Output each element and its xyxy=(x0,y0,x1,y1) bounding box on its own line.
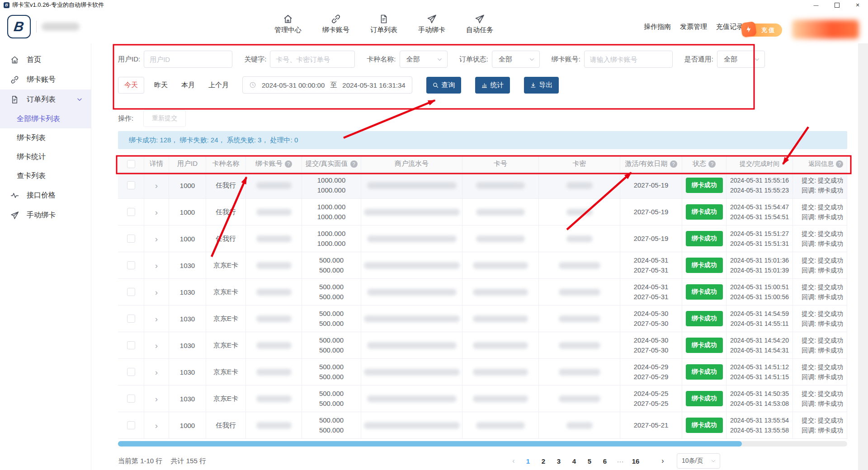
page-button[interactable]: 5 xyxy=(582,455,597,468)
quick-range-last-month[interactable]: 上个月 xyxy=(208,81,229,89)
keyword-input[interactable] xyxy=(270,51,355,68)
stats-button[interactable]: 统计 xyxy=(475,77,510,94)
masked-card-number xyxy=(476,182,525,189)
row-checkbox[interactable] xyxy=(127,235,135,243)
row-checkbox[interactable] xyxy=(127,368,135,376)
nav-item-management[interactable]: 管理中心 xyxy=(269,14,307,34)
masked-card-password xyxy=(559,289,600,296)
masked-card-password xyxy=(566,182,593,189)
row-checkbox[interactable] xyxy=(127,261,135,269)
row-checkbox[interactable] xyxy=(127,181,135,189)
orders-table: 详情 用户ID 卡种名称 绑卡账号? 提交/真实面值? 商户流水号 卡号 卡密 … xyxy=(118,156,847,439)
expand-row-icon[interactable]: › xyxy=(155,181,158,190)
bind-account-input[interactable] xyxy=(584,51,673,68)
sidebar-item-api-price[interactable]: 接口价格 xyxy=(0,185,91,205)
nav-item-auto-task[interactable]: 自动任务 xyxy=(461,14,498,34)
return-callback-value: 回调: 绑卡成功 xyxy=(802,239,843,249)
sidebar-item-bind-stats[interactable]: 绑卡统计 xyxy=(0,147,91,166)
select-all-checkbox[interactable] xyxy=(127,160,135,168)
help-icon[interactable]: ? xyxy=(670,160,677,168)
maximize-button[interactable] xyxy=(826,0,847,10)
chevron-down-icon xyxy=(754,56,760,62)
expand-row-icon[interactable]: › xyxy=(155,341,158,350)
table-row: › 1000 任我行 1000.000 1000.000 2027-05-19 … xyxy=(118,172,847,199)
page-list: ‹ 123456···16 xyxy=(507,455,643,468)
activate-end-value: 2027-05-30 xyxy=(634,345,669,355)
card-type-select[interactable]: 全部 xyxy=(400,51,448,68)
nav-label: 管理中心 xyxy=(274,26,302,34)
face-real-value: 500.000 xyxy=(319,292,344,302)
order-status-select[interactable]: 全部 xyxy=(492,51,540,68)
resubmit-button[interactable]: 重新提交 xyxy=(143,110,186,127)
nav-item-manual-bind[interactable]: 手动绑卡 xyxy=(413,14,450,34)
sidebar-item-bind-account[interactable]: 绑卡账号 xyxy=(0,70,91,89)
card-name-value: 京东E卡 xyxy=(213,341,238,350)
expand-row-icon[interactable]: › xyxy=(155,368,158,376)
link-invoice-management[interactable]: 发票管理 xyxy=(680,23,707,31)
recharge-button[interactable]: 充值 xyxy=(744,24,782,37)
done-time-value: 2024-05-31 15:54:51 xyxy=(730,212,789,222)
sidebar-item-home[interactable]: 首页 xyxy=(0,50,91,70)
page-size-select[interactable]: 10条/页 xyxy=(677,453,720,469)
row-checkbox[interactable] xyxy=(127,395,135,403)
page-button[interactable]: 2 xyxy=(536,455,551,468)
row-checkbox[interactable] xyxy=(127,315,135,323)
col-card-password: 卡密 xyxy=(573,160,586,168)
row-checkbox[interactable] xyxy=(127,208,135,216)
help-icon[interactable]: ? xyxy=(708,160,716,168)
close-button[interactable]: ✕ xyxy=(847,0,868,10)
sidebar-item-all-bind-list[interactable]: 全部绑卡列表 xyxy=(0,109,91,128)
minimize-button[interactable]: — xyxy=(806,0,826,10)
sidebar-item-check-card-list[interactable]: 查卡列表 xyxy=(0,166,91,185)
page-button[interactable]: 16 xyxy=(628,455,643,468)
divider xyxy=(36,21,37,33)
help-icon[interactable]: ? xyxy=(836,160,843,168)
page-button[interactable]: 1 xyxy=(520,455,536,468)
link-operation-guide[interactable]: 操作指南 xyxy=(644,23,671,31)
expand-row-icon[interactable]: › xyxy=(155,261,158,270)
expand-row-icon[interactable]: › xyxy=(155,315,158,323)
help-icon[interactable]: ? xyxy=(350,160,358,168)
chevron-down-icon xyxy=(711,458,716,464)
app-icon: B xyxy=(4,2,9,8)
row-checkbox[interactable] xyxy=(127,288,135,296)
date-range-picker[interactable]: 2024-05-31 00:00:00 至 2024-05-31 16:31:3… xyxy=(242,76,412,94)
keyword-label: 关键字: xyxy=(244,55,266,64)
sidebar-item-bind-list[interactable]: 绑卡列表 xyxy=(0,128,91,147)
page-button[interactable]: 3 xyxy=(551,455,566,468)
next-page-button[interactable]: › xyxy=(656,457,670,465)
universal-select[interactable]: 全部 xyxy=(717,51,765,68)
expand-row-icon[interactable]: › xyxy=(155,235,158,243)
quick-range-today[interactable]: 今天 xyxy=(118,77,144,94)
masked-bind-account xyxy=(256,342,292,349)
link-recharge-records[interactable]: 充值记录 xyxy=(716,23,743,31)
page-button[interactable]: 4 xyxy=(566,455,582,468)
page-button[interactable]: 6 xyxy=(597,455,613,468)
masked-card-number xyxy=(476,209,525,216)
help-icon[interactable]: ? xyxy=(285,160,292,168)
submit-time-value: 2024-05-31 14:54:20 xyxy=(730,335,789,345)
user-id-input[interactable] xyxy=(144,51,232,68)
nav-item-bind-account[interactable]: 绑卡账号 xyxy=(317,14,354,34)
row-checkbox[interactable] xyxy=(127,341,135,349)
horizontal-scrollbar[interactable] xyxy=(118,441,847,446)
date-end: 2024-05-31 16:31:34 xyxy=(342,81,405,89)
query-button[interactable]: 查询 xyxy=(426,77,461,94)
prev-page-button[interactable]: ‹ xyxy=(507,457,520,465)
user-id-value: 1000 xyxy=(180,208,195,216)
nav-item-order-list[interactable]: 订单列表 xyxy=(365,14,402,34)
activate-start-value: 2027-05-21 xyxy=(634,420,669,430)
table-row: › 1030 京东E卡 500.000 500.000 2024-05-30 2… xyxy=(118,332,847,359)
sidebar-item-manual-bind[interactable]: 手动绑卡 xyxy=(0,205,91,225)
expand-row-icon[interactable]: › xyxy=(155,421,158,430)
expand-row-icon[interactable]: › xyxy=(155,208,158,216)
expand-row-icon[interactable]: › xyxy=(155,395,158,403)
export-button[interactable]: 导出 xyxy=(524,77,559,94)
expand-row-icon[interactable]: › xyxy=(155,288,158,296)
scrollbar-thumb[interactable] xyxy=(118,441,742,446)
row-checkbox[interactable] xyxy=(127,421,135,429)
sidebar-item-order-list[interactable]: 订单列表 xyxy=(0,89,91,109)
quick-range-yesterday[interactable]: 昨天 xyxy=(154,81,168,89)
sidebar-label: 绑卡统计 xyxy=(17,152,46,162)
quick-range-this-month[interactable]: 本月 xyxy=(181,81,195,89)
